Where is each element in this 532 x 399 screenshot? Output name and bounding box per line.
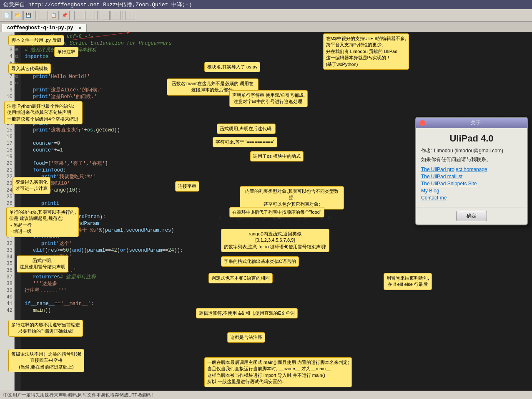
toolbar-stop[interactable]: ■: [110, 11, 120, 20]
line-num-2: 2: [1, 40, 13, 47]
line-num-31: 31: [1, 234, 13, 240]
code-line-37: return res # 这是单行注释: [25, 274, 529, 280]
toolbar-run[interactable]: ▶: [100, 11, 110, 20]
code-line-12: foo(5, 10): [25, 107, 529, 114]
code-line-10: print '这是Bob\'的问候.': [25, 93, 529, 100]
statusbar-text: 中文用户一定得先用这行来声明编码,同时文件本身也得存储成UTF-8编码！: [3, 392, 155, 398]
line-num-4: 4: [1, 53, 13, 60]
tabbar: coffeeghost-q-in-py.py ✕: [0, 22, 532, 32]
line-num-12: 12: [1, 107, 13, 114]
code-line-41: if __name__ == '__main__':: [25, 301, 529, 307]
line-num-33: 33: [1, 247, 13, 254]
about-link-blog[interactable]: My Blog: [421, 188, 522, 194]
line-num-8: 8: [1, 80, 13, 87]
line-num-26: 26: [1, 200, 13, 207]
toolbar-save[interactable]: 💾: [23, 11, 33, 20]
line-numbers: 1 2 3 4 5 6 7 8 9 10 11 12 13 14 15 16 1…: [0, 32, 15, 391]
line-num-36: 36: [1, 267, 13, 274]
about-contact: 如果你有任何问题请与我联系。: [421, 156, 522, 163]
code-line-31: if res < 50:: [25, 234, 529, 240]
code-line-35: else:: [25, 260, 529, 267]
about-link-contact[interactable]: Contact me: [421, 195, 522, 201]
code-line-3: # 给程序员的超快速Py脚本解析: [25, 47, 529, 53]
toolbar-open[interactable]: 📂: [13, 11, 23, 20]
about-dialog-title: 关于: [428, 119, 524, 126]
line-num-1: 1: [1, 33, 13, 40]
line-num-3: 3: [1, 47, 13, 53]
toolbar-undo[interactable]: ↩: [74, 11, 84, 20]
about-dialog-body: UliPad 4.0 作者: Limodou (limodou@gmail.co…: [416, 128, 527, 207]
code-line-33: elif (res>=50) and ((param1==42) or (sec…: [25, 247, 529, 254]
toolbar-sep2: [72, 11, 72, 20]
line-num-16: 16: [1, 134, 13, 140]
line-num-40: 40: [1, 294, 13, 301]
toolbar-sep3: [97, 11, 98, 20]
code-line-9: print "这是Alice\'的问候.": [25, 87, 529, 93]
tab-filename: coffeeghost-q-in-py.py: [7, 25, 73, 31]
about-app-title: UliPad 4.0: [421, 133, 522, 144]
line-num-32: 32: [1, 240, 13, 247]
code-line-5: [25, 60, 529, 67]
line-num-42: 42: [1, 307, 13, 314]
code-line-30: print '%s 加 %s 等于 %s'%(param1, secondPar…: [25, 227, 529, 234]
code-line-36: print '嗯...': [25, 267, 529, 274]
line-num-25: 25: [1, 194, 13, 200]
titlebar: 创意来自 http://coffeeghost.net Buzz中传播,Zoom…: [0, 0, 532, 9]
code-line-8: [25, 80, 529, 87]
code-line-42: main(): [25, 307, 529, 314]
toolbar-paste[interactable]: 📌: [60, 11, 70, 20]
line-num-38: 38: [1, 280, 13, 287]
line-num-30: 30: [1, 227, 13, 234]
line-num-21: 21: [1, 167, 13, 174]
code-line-32: print '这个': [25, 240, 529, 247]
about-link-snippets[interactable]: The UliPad Snippets Site: [421, 181, 522, 187]
line-num-15: 15: [1, 127, 13, 134]
line-num-13: 13: [1, 114, 13, 120]
toolbar-settings[interactable]: ⚙: [125, 11, 135, 20]
toolbar-copy[interactable]: 📋: [49, 11, 59, 20]
line-num-5: 5: [1, 60, 13, 67]
code-line-7: print 'Hello World!': [25, 73, 529, 80]
line-num-14: 14: [1, 120, 13, 127]
code-line-1: # -*- coding: utf-8 -*-: [25, 33, 529, 40]
tab-close-icon[interactable]: ✕: [79, 26, 81, 30]
line-num-28: 28: [1, 214, 13, 220]
about-ok-button[interactable]: 确定: [456, 211, 487, 221]
code-line-6: def main():: [25, 67, 529, 73]
line-num-6: 6: [1, 67, 13, 73]
line-num-23: 23: [1, 180, 13, 187]
line-num-22: 22: [1, 174, 13, 180]
tab-file[interactable]: coffeeghost-q-in-py.py ✕: [2, 24, 87, 32]
code-line-39: 行注释......''': [25, 287, 529, 294]
toolbar-redo[interactable]: ↪: [85, 11, 95, 20]
code-line-40: [25, 294, 529, 301]
about-link-maillist[interactable]: The UliPad maillist: [421, 174, 522, 179]
titlebar-text: 创意来自 http://coffeeghost.net Buzz中传播,Zoom…: [3, 1, 192, 8]
statusbar: 中文用户一定得先用这行来声明编码,同时文件本身也得存储成UTF-8编码！: [0, 391, 532, 399]
code-line-11: [25, 100, 529, 107]
dialog-close-button[interactable]: [419, 120, 425, 126]
toolbar-cut[interactable]: ✂: [38, 11, 48, 20]
line-num-18: 18: [1, 147, 13, 154]
line-num-19: 19: [1, 154, 13, 160]
toolbar-new[interactable]: 📄: [2, 11, 12, 20]
line-num-29: 29: [1, 220, 13, 227]
line-num-24: 24: [1, 187, 13, 194]
toolbar: 📄 📂 💾 ✂ 📋 📌 ↩ ↪ ▶ ■ ⚙: [0, 9, 532, 22]
toolbar-sep4: [123, 11, 123, 20]
about-link-homepage[interactable]: The UliPad project homepage: [421, 167, 522, 172]
about-dialog-titlebar: 关于: [416, 118, 527, 128]
line-num-39: 39: [1, 287, 13, 294]
line-num-9: 9: [1, 87, 13, 93]
about-dialog: 关于 UliPad 4.0 作者: Limodou (limodou@gmail…: [415, 117, 528, 225]
code-line-38: '''这是多: [25, 280, 529, 287]
line-num-20: 20: [1, 160, 13, 167]
code-line-4: import os: [25, 53, 529, 60]
line-num-11: 11: [1, 100, 13, 107]
line-num-41: 41: [1, 301, 13, 307]
line-num-7: 7: [1, 73, 13, 80]
code-line-2: # Quick Pytohn Script Explanation for Pr…: [25, 40, 529, 47]
about-ok-area: 确定: [416, 207, 527, 225]
line-num-37: 37: [1, 274, 13, 280]
code-line-34: print '那个': [25, 254, 529, 260]
